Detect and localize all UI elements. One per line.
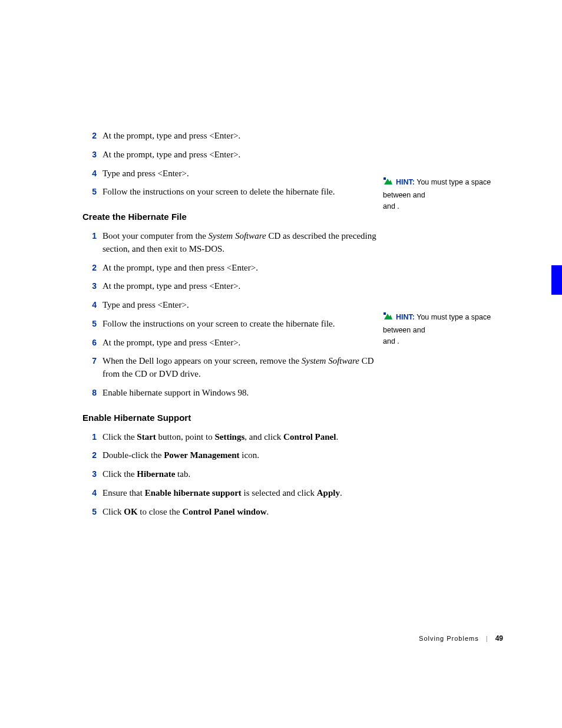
hint-text-1b: and [413,191,425,199]
hint-icon [383,177,394,190]
hint-label: HINT: [396,313,415,321]
step-text: Enable hibernate support in Windows 98. [103,387,377,400]
step-number: 2 [82,262,103,274]
step-item: 6At the prompt, type and press <Enter>. [82,337,377,350]
heading-enable-hibernate-support: Enable Hibernate Support [82,413,377,423]
step-number: 6 [82,337,103,348]
step-number: 4 [82,299,103,311]
steps-list-a: 2At the prompt, type and press <Enter>.3… [82,130,377,199]
step-text: Follow the instructions on your screen t… [103,186,377,199]
step-item: 8Enable hibernate support in Windows 98. [82,387,377,400]
step-item: 2At the prompt, type and then press <Ent… [82,262,377,275]
hint-icon [383,312,394,325]
step-item: 5Click OK to close the Control Panel win… [82,506,377,519]
step-number: 1 [82,230,103,242]
footer-section: Solving Problems [419,635,479,642]
step-text: Follow the instructions on your screen t… [103,318,377,331]
steps-list-c: 1Click the Start button, point to Settin… [82,431,377,519]
step-number: 3 [82,149,103,160]
step-text: At the prompt, type and press <Enter>. [103,130,377,143]
step-text: Ensure that Enable hibernate support is … [103,487,377,500]
step-text: At the prompt, type and press <Enter>. [103,280,377,293]
step-number: 2 [82,449,103,461]
step-number: 4 [82,487,103,499]
hint-box-2: HINT: You must type a space between and … [383,312,501,347]
main-column: 2At the prompt, type and press <Enter>.3… [82,130,377,531]
svg-rect-3 [384,312,386,315]
step-number: 4 [82,167,103,179]
footer-page-number: 49 [495,634,503,643]
step-text: Type and press <Enter>. [103,167,377,180]
step-number: 1 [82,431,103,443]
step-item: 5Follow the instructions on your screen … [82,318,377,331]
steps-list-b: 1Boot your computer from the System Soft… [82,230,377,400]
step-item: 4Type and press <Enter>. [82,299,377,312]
step-item: 5Follow the instructions on your screen … [82,186,377,199]
step-item: 3At the prompt, type and press <Enter>. [82,149,377,162]
step-item: 3Click the Hibernate tab. [82,468,377,481]
step-item: 2At the prompt, type and press <Enter>. [82,130,377,143]
step-text: At the prompt, type and press <Enter>. [103,337,377,350]
step-text: At the prompt, type and then press <Ente… [103,262,377,275]
thumb-tab [551,265,562,295]
step-number: 5 [82,186,103,197]
step-text: Type and press <Enter>. [103,299,377,312]
step-number: 3 [82,468,103,480]
hint-text-2b: and [413,326,425,334]
step-number: 8 [82,387,103,398]
step-item: 2Double-click the Power Management icon. [82,449,377,462]
hint-box-1: HINT: You must type a space between and … [383,177,501,212]
step-text: Click OK to close the Control Panel wind… [103,506,377,519]
document-page: 2At the prompt, type and press <Enter>.3… [0,0,562,728]
footer-divider: | [486,635,488,642]
side-column: HINT: You must type a space between and … [383,177,501,347]
step-number: 5 [82,506,103,518]
hint-text-2c: and . [383,337,399,345]
heading-create-hibernate-file: Create the Hibernate File [82,212,377,222]
step-text: Double-click the Power Management icon. [103,449,377,462]
step-text: At the prompt, type and press <Enter>. [103,149,377,162]
step-number: 5 [82,318,103,330]
page-footer: Solving Problems | 49 [419,634,503,643]
step-number: 3 [82,280,103,292]
step-item: 7When the Dell logo appears on your scre… [82,355,377,381]
step-text: Click the Start button, point to Setting… [103,431,377,444]
hint-text-1c: and . [383,202,399,210]
step-text: Click the Hibernate tab. [103,468,377,481]
step-item: 4Type and press <Enter>. [82,167,377,180]
step-item: 1Boot your computer from the System Soft… [82,230,377,256]
step-text: Boot your computer from the System Softw… [103,230,377,256]
step-number: 7 [82,355,103,367]
step-text: When the Dell logo appears on your scree… [103,355,377,381]
step-item: 4Ensure that Enable hibernate support is… [82,487,377,500]
svg-rect-1 [384,177,386,180]
step-item: 1Click the Start button, point to Settin… [82,431,377,444]
step-number: 2 [82,130,103,141]
step-item: 3At the prompt, type and press <Enter>. [82,280,377,293]
hint-label: HINT: [396,178,415,186]
